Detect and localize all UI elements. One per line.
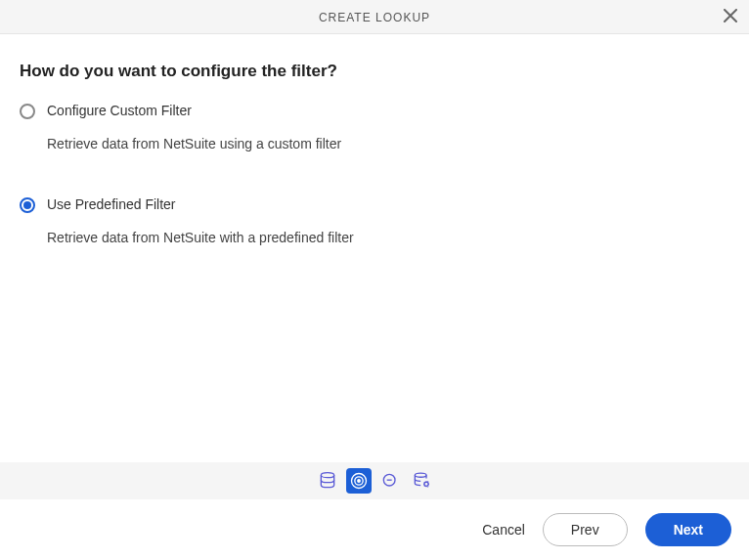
step-target-icon xyxy=(346,468,372,494)
option-body: Configure Custom Filter Retrieve data fr… xyxy=(47,103,729,151)
radio-custom-filter[interactable] xyxy=(20,104,35,119)
svg-point-7 xyxy=(424,482,428,486)
option-use-predefined-filter[interactable]: Use Predefined Filter Retrieve data from… xyxy=(20,196,729,245)
wizard-stepper xyxy=(0,462,749,499)
dialog-content: How do you want to configure the filter?… xyxy=(0,34,749,462)
next-button[interactable]: Next xyxy=(645,513,731,546)
dialog-title: CREATE LOOKUP xyxy=(319,11,430,24)
step-search-icon xyxy=(377,468,403,494)
svg-point-0 xyxy=(321,473,333,478)
step-database-gear-icon xyxy=(409,468,434,494)
svg-point-3 xyxy=(358,480,361,483)
dialog-header: CREATE LOOKUP xyxy=(0,0,749,34)
option-label[interactable]: Use Predefined Filter xyxy=(47,196,729,212)
option-body: Use Predefined Filter Retrieve data from… xyxy=(47,196,729,245)
option-configure-custom-filter[interactable]: Configure Custom Filter Retrieve data fr… xyxy=(20,103,729,151)
prev-button[interactable]: Prev xyxy=(543,513,628,546)
cancel-button[interactable]: Cancel xyxy=(482,522,525,538)
svg-point-6 xyxy=(415,473,426,477)
dialog-footer: Cancel Prev Next xyxy=(0,499,749,560)
option-description: Retrieve data from NetSuite using a cust… xyxy=(47,136,729,151)
close-icon[interactable] xyxy=(724,8,737,25)
option-label[interactable]: Configure Custom Filter xyxy=(47,103,729,118)
option-description: Retrieve data from NetSuite with a prede… xyxy=(47,230,729,245)
question-heading: How do you want to configure the filter? xyxy=(20,62,729,81)
step-database-icon xyxy=(315,468,340,494)
radio-predefined-filter[interactable] xyxy=(20,197,35,213)
